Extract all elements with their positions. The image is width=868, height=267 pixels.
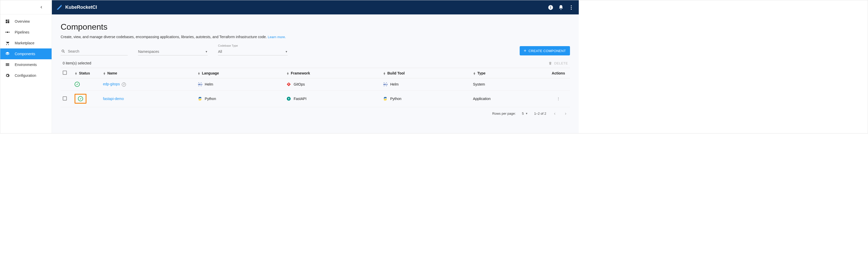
sidebar-item-marketplace[interactable]: Marketplace xyxy=(0,38,52,48)
page-title: Components xyxy=(61,22,570,32)
sidebar-item-label: Pipelines xyxy=(15,30,29,34)
build-tool-label: Python xyxy=(390,97,402,101)
sort-icon[interactable]: ▲▼ xyxy=(473,72,476,75)
create-component-button[interactable]: + CREATE COMPONENT xyxy=(520,46,570,56)
svg-rect-1 xyxy=(8,20,9,21)
rows-per-page-select[interactable]: 5 ▼ xyxy=(522,111,528,115)
svg-text:HELM: HELM xyxy=(383,84,388,85)
search-input-wrapper xyxy=(61,47,128,56)
learn-more-link[interactable]: Learn more. xyxy=(268,35,286,39)
kebab-menu-icon[interactable] xyxy=(568,5,574,10)
brand[interactable]: KubeRocketCI xyxy=(57,5,97,10)
sidebar-nav: Overview Pipelines Marketplace Component… xyxy=(0,14,52,81)
python-icon xyxy=(198,96,202,101)
sort-icon[interactable]: ▲▼ xyxy=(286,72,289,75)
svg-rect-12 xyxy=(550,7,551,8)
svg-rect-7 xyxy=(6,63,9,64)
language-label: Python xyxy=(205,97,216,101)
python-icon xyxy=(383,96,388,101)
sort-icon[interactable]: ▲▼ xyxy=(383,72,386,75)
sort-icon[interactable]: ▲▼ xyxy=(103,72,106,75)
app-shell: Overview Pipelines Marketplace Component… xyxy=(0,0,868,133)
sidebar-collapse-icon[interactable] xyxy=(39,5,44,10)
selection-bar: 0 item(s) selected DELETE xyxy=(61,60,570,68)
sort-icon[interactable]: ▲▼ xyxy=(74,72,78,75)
segments-icon xyxy=(5,62,10,67)
framework-label: GitOps xyxy=(293,82,305,86)
svg-rect-0 xyxy=(6,20,7,21)
sidebar-item-environments[interactable]: Environments xyxy=(0,59,52,70)
svg-rect-2 xyxy=(8,21,9,23)
page-subtitle-text: Create, view, and manage diverse codebas… xyxy=(61,35,267,39)
col-status: Status xyxy=(79,71,90,75)
table-row: ✓ fastapi-demo Python FastAPI Python App… xyxy=(61,91,570,107)
gear-icon xyxy=(5,73,10,78)
build-tool-label: Helm xyxy=(390,82,399,86)
table-row: ✓ edp-gitopsi HELMHelm GitOps HELMHelm S… xyxy=(61,78,570,91)
rows-per-page-label: Rows per page: xyxy=(492,111,516,115)
type-label: Application xyxy=(473,97,491,101)
topbar: KubeRocketCI xyxy=(52,0,579,14)
status-ok-icon: ✓ xyxy=(74,82,80,87)
col-framework: Framework xyxy=(291,71,310,75)
select-all-checkbox[interactable] xyxy=(63,71,67,75)
svg-text:HELM: HELM xyxy=(198,84,202,85)
sidebar-item-label: Environments xyxy=(15,63,37,67)
topbar-actions xyxy=(548,5,574,10)
col-build-tool: Build Tool xyxy=(387,71,405,75)
page-range: 1–2 of 2 xyxy=(534,111,546,115)
component-name-link[interactable]: edp-gitops xyxy=(103,82,120,86)
page-subtitle: Create, view, and manage diverse codebas… xyxy=(61,35,570,39)
svg-rect-4 xyxy=(6,32,6,33)
col-language: Language xyxy=(202,71,219,75)
codebase-type-select[interactable]: All ▼ xyxy=(218,48,288,56)
info-icon[interactable] xyxy=(548,5,554,10)
col-type: Type xyxy=(477,71,486,75)
fastapi-icon xyxy=(286,96,291,101)
search-icon xyxy=(61,49,65,55)
language-label: Helm xyxy=(205,82,213,86)
content: Components Create, view, and manage dive… xyxy=(52,14,579,133)
sidebar-item-overview[interactable]: Overview xyxy=(0,16,52,27)
selection-count: 0 item(s) selected xyxy=(63,61,91,65)
brand-logo-icon xyxy=(57,5,62,10)
trash-icon xyxy=(548,61,552,65)
sidebar-item-label: Components xyxy=(15,52,35,56)
chevron-down-icon: ▼ xyxy=(285,50,288,53)
sidebar-item-components[interactable]: Components xyxy=(0,48,52,59)
chevron-down-icon: ▼ xyxy=(525,112,528,115)
delete-button: DELETE xyxy=(548,61,568,65)
svg-line-18 xyxy=(64,52,64,53)
codebase-type-value: All xyxy=(218,49,222,54)
svg-rect-3 xyxy=(6,22,7,23)
status-highlighted: ✓ xyxy=(74,94,87,104)
namespaces-label: Namespaces xyxy=(138,49,159,54)
svg-rect-8 xyxy=(6,64,9,65)
row-checkbox[interactable] xyxy=(63,96,67,101)
sidebar: Overview Pipelines Marketplace Component… xyxy=(0,0,52,133)
main-area: KubeRocketCI Components Create, view, an… xyxy=(52,0,579,133)
row-kebab-menu[interactable]: ⋮ xyxy=(547,91,570,107)
helm-icon: HELM xyxy=(383,82,388,87)
prev-page-icon[interactable]: ‹ xyxy=(552,111,557,116)
svg-rect-6 xyxy=(9,32,9,33)
helm-icon: HELM xyxy=(198,82,202,87)
pipelines-icon xyxy=(5,30,10,35)
svg-point-17 xyxy=(62,50,64,52)
bell-icon[interactable] xyxy=(558,5,564,10)
blank-pane xyxy=(579,0,868,133)
status-ok-icon: ✓ xyxy=(78,96,83,101)
sidebar-item-label: Configuration xyxy=(15,73,36,77)
sidebar-item-pipelines[interactable]: Pipelines xyxy=(0,27,52,38)
next-page-icon[interactable]: › xyxy=(563,111,568,116)
search-input[interactable] xyxy=(68,49,128,53)
sidebar-item-configuration[interactable]: Configuration xyxy=(0,70,52,81)
sidebar-top xyxy=(0,0,52,14)
namespaces-select[interactable]: Namespaces ▼ xyxy=(138,48,208,56)
dashboard-icon xyxy=(5,19,10,24)
component-name-link[interactable]: fastapi-demo xyxy=(103,97,124,101)
info-icon[interactable]: i xyxy=(122,82,126,87)
svg-rect-9 xyxy=(6,65,9,66)
sort-icon[interactable]: ▲▼ xyxy=(198,72,200,75)
svg-point-10 xyxy=(61,5,62,6)
